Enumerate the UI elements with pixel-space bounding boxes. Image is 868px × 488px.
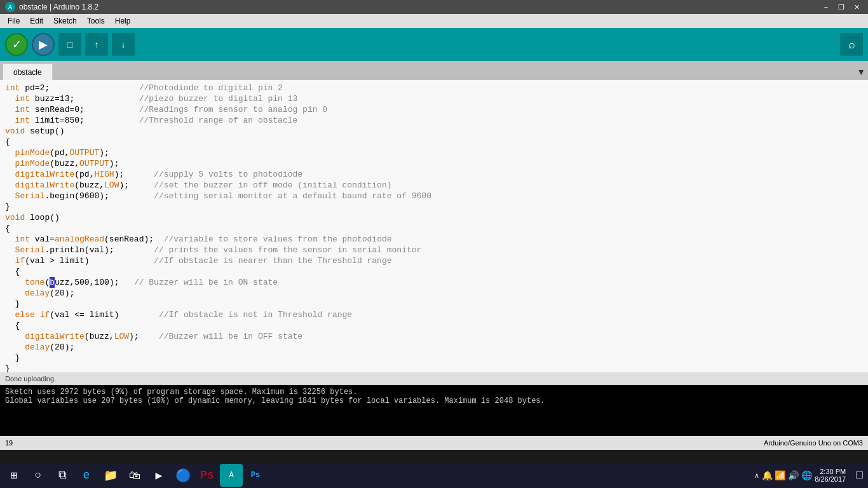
code-line: digitalWrite(buzz,LOW); //Buzzer will be… — [5, 331, 863, 342]
search-button[interactable]: ⌕ — [848, 38, 855, 51]
code-line: void setup() — [5, 126, 863, 137]
tab-dropdown-button[interactable]: ▼ — [857, 64, 865, 80]
store-icon[interactable]: 🛍 — [123, 464, 146, 487]
code-line: else if(val <= limit) //If obstacle is n… — [5, 309, 863, 320]
code-line: delay(20); — [5, 288, 863, 299]
cursor-position: b — [50, 277, 55, 288]
menu-help[interactable]: Help — [110, 15, 136, 27]
minimize-button[interactable]: − — [820, 2, 832, 12]
code-line: { — [5, 320, 863, 331]
tab-bar: obstacle ▼ — [0, 61, 868, 80]
board-info: Arduino/Genuino Uno on COM3 — [764, 439, 863, 447]
code-line: int buzz=13; //piezo buzzer to digital p… — [5, 93, 863, 104]
console-area: Sketch uses 2972 bytes (9%) of program s… — [0, 385, 868, 436]
code-line: digitalWrite(buzz,LOW); //set the buzzer… — [5, 180, 863, 191]
taskbar-search[interactable]: ○ — [27, 464, 50, 487]
upload-status-text: Done uploading. — [5, 375, 56, 383]
edge-icon[interactable]: e — [75, 464, 98, 487]
code-line: void loop() — [5, 212, 863, 223]
code-line: int pd=2; //Photodiode to digital pin 2 — [5, 83, 863, 93]
start-button[interactable]: ⊞ — [3, 464, 25, 487]
code-line: Serial.println(val); // prints the value… — [5, 245, 863, 255]
clock-date: 8/26/2017 — [815, 475, 846, 483]
code-line: Serial.begin(9600); //setting serial mon… — [5, 191, 863, 201]
new-button[interactable]: □ — [58, 33, 81, 56]
code-line: int senRead=0; //Readings from sensor to… — [5, 104, 863, 115]
code-line: digitalWrite(pd,HIGH); //supply 5 volts … — [5, 169, 863, 180]
notification-button[interactable]: □ — [853, 469, 865, 482]
code-line: delay(20); — [5, 342, 863, 353]
chrome-icon[interactable]: 🔵 — [172, 464, 194, 487]
media-icon[interactable]: ▶ — [147, 464, 170, 487]
window-title: obstacle | Arduino 1.8.2 — [19, 3, 98, 11]
photoshop-icon[interactable]: Ps — [244, 464, 267, 487]
title-bar: A obstacle | Arduino 1.8.2 − ❐ ✕ — [0, 0, 868, 14]
code-line: if(val > limit) //If obstacle is nearer … — [5, 255, 863, 266]
line-number: 19 — [5, 439, 13, 447]
file-explorer-icon[interactable]: 📁 — [99, 464, 122, 487]
toolbar: ✓ ▶ □ ↑ ↓ ⌕ — [0, 28, 868, 61]
code-line: pinMode(buzz,OUTPUT); — [5, 158, 863, 169]
code-line: int val=analogRead(senRead); //variable … — [5, 234, 863, 245]
save-button[interactable]: ↓ — [112, 33, 135, 56]
maximize-button[interactable]: ❐ — [835, 2, 848, 12]
code-line: { — [5, 223, 863, 234]
menu-sketch[interactable]: Sketch — [48, 15, 82, 27]
code-line: tone(buzz,500,100); // Buzzer will be in… — [5, 277, 863, 288]
system-tray: ∧ 🔔 📶 🔊 🌐 — [754, 470, 813, 480]
console-line-2: Global variables use 207 bytes (10%) of … — [5, 396, 863, 405]
upload-status: Done uploading. — [0, 372, 868, 385]
code-line: pinMode(pd,OUTPUT); — [5, 147, 863, 158]
console-line-1: Sketch uses 2972 bytes (9%) of program s… — [5, 388, 863, 396]
code-line: } — [5, 363, 863, 372]
code-line: int limit=850; //Threshold range of an o… — [5, 115, 863, 126]
code-line: } — [5, 201, 863, 212]
verify-button[interactable]: ✓ — [5, 33, 28, 56]
taskbar: ⊞ ○ ⧉ e 📁 🛍 ▶ 🔵 Ps A Ps ∧ 🔔 📶 🔊 🌐 2:30 P… — [0, 463, 868, 488]
code-line: { — [5, 266, 863, 277]
system-clock: 2:30 PM 8/26/2017 — [815, 468, 851, 483]
tray-chevron[interactable]: ∧ — [754, 471, 759, 480]
code-editor[interactable]: int pd=2; //Photodiode to digital pin 2 … — [0, 80, 868, 372]
task-view-button[interactable]: ⧉ — [51, 464, 74, 487]
bottom-status-bar: 19 Arduino/Genuino Uno on COM3 — [0, 436, 868, 450]
open-button[interactable]: ↑ — [85, 33, 108, 56]
menu-tools[interactable]: Tools — [82, 15, 110, 27]
code-line: } — [5, 353, 863, 363]
upload-button[interactable]: ▶ — [32, 33, 55, 56]
menu-bar: File Edit Sketch Tools Help — [0, 14, 868, 28]
menu-edit[interactable]: Edit — [25, 15, 48, 27]
app-logo: A — [5, 2, 15, 12]
close-button[interactable]: ✕ — [850, 2, 863, 12]
arduino-icon[interactable]: A — [220, 464, 243, 487]
adobe-icon[interactable]: Ps — [196, 464, 219, 487]
tray-icons: 🔔 📶 🔊 🌐 — [762, 470, 813, 480]
code-line: { — [5, 137, 863, 147]
tab-label: obstacle — [13, 68, 42, 77]
code-line: } — [5, 299, 863, 309]
clock-time: 2:30 PM — [815, 468, 846, 475]
menu-file[interactable]: File — [3, 15, 25, 27]
tab-obstacle[interactable]: obstacle — [3, 64, 53, 80]
